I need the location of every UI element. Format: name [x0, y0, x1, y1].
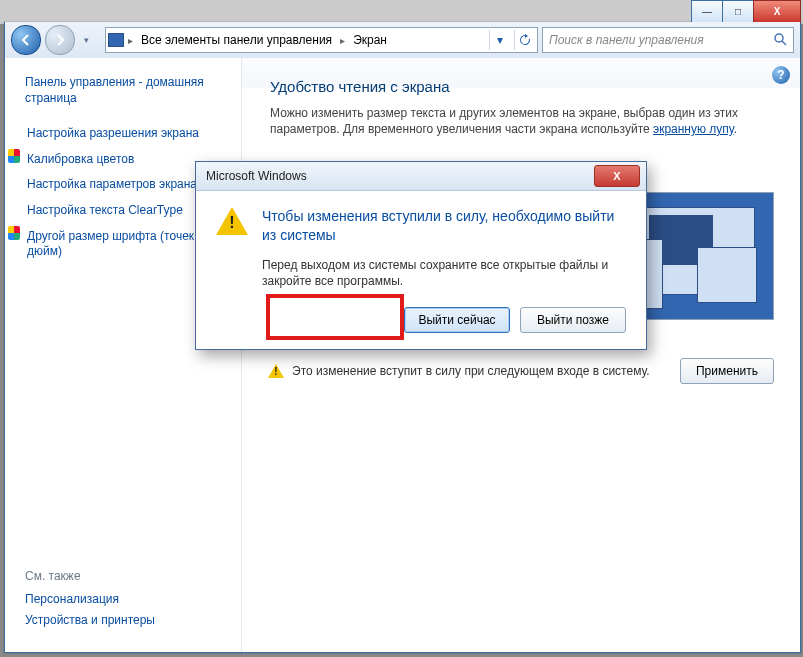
help-icon[interactable]: ?	[772, 66, 790, 84]
notice-text: Это изменение вступит в силу при следующ…	[292, 364, 650, 378]
sidebar-link[interactable]: Настройка текста ClearType	[27, 200, 183, 222]
address-dropdown-button[interactable]: ▾	[489, 30, 510, 50]
window-body: Панель управления - домашняя страница На…	[5, 58, 800, 652]
main-panel: ? Удобство чтения с экрана Можно изменит…	[241, 58, 800, 652]
warning-icon	[268, 363, 284, 379]
shield-icon	[7, 149, 21, 163]
breadcrumb-chevron-icon: ▸	[340, 35, 345, 46]
window-close-button[interactable]: X	[753, 0, 801, 23]
apply-label: Применить	[696, 364, 758, 378]
see-also-personalization[interactable]: Персонализация	[25, 589, 235, 611]
page-description: Можно изменить размер текста и других эл…	[270, 105, 772, 137]
logoff-now-button[interactable]: Выйти сейчас	[404, 307, 510, 333]
search-icon	[773, 32, 787, 49]
refresh-icon	[519, 34, 531, 46]
arrow-right-icon	[54, 34, 66, 46]
maximize-glyph: □	[735, 7, 741, 17]
sidebar-home-link[interactable]: Панель управления - домашняя страница	[25, 72, 235, 109]
desc-tail: .	[734, 122, 737, 136]
dialog-title-text: Microsoft Windows	[206, 169, 307, 183]
see-also-heading: См. также	[25, 563, 235, 589]
window-minimize-button[interactable]: —	[691, 0, 723, 23]
sidebar-item-resolution[interactable]: Настройка разрешения экрана	[7, 121, 235, 147]
shield-icon	[7, 226, 21, 240]
location-monitor-icon	[108, 32, 124, 48]
nav-history-dropdown[interactable]: ▾	[79, 26, 93, 54]
logoff-later-button[interactable]: Выйти позже	[520, 307, 626, 333]
breadcrumb-segment-1[interactable]: Все элементы панели управления	[137, 33, 336, 47]
svg-point-0	[775, 34, 783, 42]
sidebar: Панель управления - домашняя страница На…	[5, 58, 241, 652]
dialog-close-button[interactable]: X	[594, 165, 640, 187]
breadcrumb-segment-2[interactable]: Экран	[349, 33, 391, 47]
nav-forward-button[interactable]	[45, 25, 75, 55]
window-maximize-button[interactable]: □	[722, 0, 754, 23]
nav-back-button[interactable]	[11, 25, 41, 55]
window-titlebar-buttons: — □ X	[692, 0, 801, 22]
breadcrumb-chevron-icon: ▸	[128, 35, 133, 46]
dialog-titlebar: Microsoft Windows X	[196, 162, 646, 191]
logoff-later-label: Выйти позже	[537, 313, 609, 327]
sidebar-link[interactable]: Настройка разрешения экрана	[27, 123, 199, 145]
magnifier-link[interactable]: экранную лупу	[653, 122, 734, 136]
restart-notice: Это изменение вступит в силу при следующ…	[268, 363, 650, 379]
see-also-devices[interactable]: Устройства и принтеры	[25, 610, 235, 632]
warning-icon	[216, 207, 248, 239]
svg-line-1	[782, 41, 786, 45]
toolbar: ▾ ▸ Все элементы панели управления ▸ Экр…	[5, 22, 800, 59]
dialog-heading: Чтобы изменения вступили в силу, необход…	[262, 207, 626, 245]
sidebar-link[interactable]: Настройка параметров экрана	[27, 174, 197, 196]
close-glyph: X	[774, 7, 781, 17]
logoff-now-label: Выйти сейчас	[418, 313, 495, 327]
logoff-dialog: Microsoft Windows X Чтобы изменения всту…	[195, 161, 647, 350]
arrow-left-icon	[20, 34, 32, 46]
address-bar[interactable]: ▸ Все элементы панели управления ▸ Экран…	[105, 27, 538, 53]
sidebar-link[interactable]: Калибровка цветов	[27, 149, 134, 171]
minimize-glyph: —	[702, 7, 712, 17]
search-placeholder: Поиск в панели управления	[549, 33, 773, 47]
background-strip	[0, 0, 803, 24]
apply-button[interactable]: Применить	[680, 358, 774, 384]
dialog-body-text: Перед выходом из системы сохраните все о…	[262, 257, 626, 289]
page-heading: Удобство чтения с экрана	[270, 78, 772, 95]
refresh-button[interactable]	[514, 30, 535, 50]
search-box[interactable]: Поиск в панели управления	[542, 27, 794, 53]
